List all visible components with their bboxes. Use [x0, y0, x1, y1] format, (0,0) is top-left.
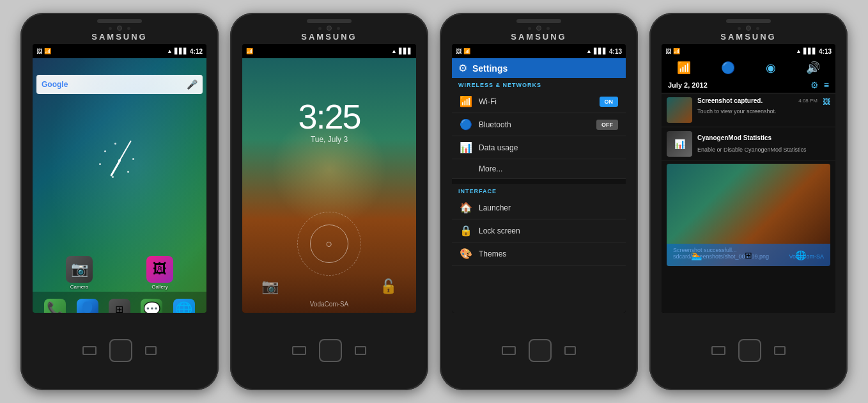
status-bar-3: 🖼 📶 ▲ ▋▋▋ 4:13	[452, 44, 626, 58]
wifi-icon-2: ▲	[391, 48, 397, 54]
status-right-3: ▲ ▋▋▋ 4:13	[586, 48, 622, 55]
wifi-settings-icon: 📶	[460, 95, 472, 107]
bars-icon-1: ▋▋▋	[174, 48, 188, 54]
section-wireless-header: WIRELESS & NETWORKS	[452, 78, 626, 90]
notif-cyanogen-content: CyanogenMod Statistics Enable or Disable…	[697, 131, 830, 154]
sensor-5	[528, 27, 531, 30]
home-screen-content: Google 🎤	[33, 58, 206, 313]
notif-controls: ⚙ ≡	[810, 80, 829, 90]
menu-button-2[interactable]	[355, 346, 366, 355]
status-right-4: ▲ ▋▋▋ 4:13	[796, 48, 832, 55]
notif-cyanogen-subtitle: Enable or Disable CyanogenMod Statistics	[697, 146, 807, 153]
lock-time: 3:25	[242, 97, 416, 136]
lock-unlock-icon[interactable]: 🔓	[380, 278, 397, 295]
settings-data-usage[interactable]: 📊 Data usage	[452, 136, 626, 159]
phone-bottom-2	[292, 313, 366, 390]
quick-volume-icon[interactable]: 🔊	[806, 61, 820, 75]
status-left-4: 🖼 📶	[665, 48, 680, 54]
lock-screen-label: Lock screen	[479, 226, 618, 235]
front-camera-area-3	[528, 26, 550, 31]
dock-messages[interactable]: 💬	[141, 299, 162, 313]
back-button-1[interactable]	[82, 346, 97, 355]
settings-themes[interactable]: 🎨 Themes	[452, 242, 626, 265]
wifi-label: Wi-Fi	[479, 97, 593, 106]
status-left-3: 🖼 📶	[456, 48, 470, 54]
nav-buttons-2	[292, 339, 366, 362]
quick-settings-bar: 📶 🔵 ◉ 🔊	[662, 58, 835, 77]
notif-screenshot-thumb-bg	[667, 97, 692, 123]
sensor-3	[318, 27, 322, 30]
image-notif-icon-3: 🖼	[456, 48, 461, 54]
quick-location-icon[interactable]: ◉	[766, 61, 776, 75]
settings-lock-screen[interactable]: 🔒 Lock screen	[452, 219, 626, 242]
sensor-8	[756, 27, 759, 30]
notif-header: July 2, 2012 ⚙ ≡	[662, 77, 835, 93]
phone-top-4: SAMSUNG	[649, 13, 848, 44]
notif-settings-icon[interactable]: ⚙	[810, 80, 819, 90]
dock-browser[interactable]: 🌐	[173, 299, 195, 313]
sensor-2	[127, 27, 130, 30]
lock-screen-content: 3:25 Tue, July 3 ○ 📷 🔓 VodaCom-SA	[242, 58, 416, 313]
image-notif-icon: 🖼	[36, 48, 42, 54]
status-right-1: ▲ ▋▋▋ 4:12	[167, 48, 203, 55]
front-camera-4	[746, 26, 751, 31]
dock-contacts[interactable]: 👤	[77, 299, 98, 313]
home-button-1[interactable]	[109, 339, 132, 362]
notif-cyanogen-thumb: 📊	[667, 131, 692, 157]
home-button-4[interactable]	[738, 339, 761, 362]
speaker-grill-2	[307, 19, 352, 23]
back-button-4[interactable]	[711, 346, 725, 355]
notif-cyanogen[interactable]: 📊 CyanogenMod Statistics Enable or Disab…	[662, 127, 835, 161]
status-left-2: 📶	[246, 48, 253, 54]
notifications-content: 📶 🔵 ◉ 🔊 July 2, 2012 ⚙ ≡	[662, 58, 835, 313]
time-4: 4:13	[819, 48, 832, 55]
dock-apps[interactable]: ⊞	[109, 299, 130, 313]
signal-icon-2: 📶	[246, 48, 253, 54]
app-camera[interactable]: 📷 Camera	[66, 256, 93, 290]
phone-bottom-3	[502, 313, 576, 390]
quick-bluetooth-icon[interactable]: 🔵	[721, 61, 735, 75]
wifi-toggle[interactable]: ON	[600, 97, 619, 107]
phone-top-2: SAMSUNG	[230, 13, 428, 44]
phone-bottom-4	[711, 313, 786, 390]
notif-date: July 2, 2012	[668, 81, 708, 89]
back-button-3[interactable]	[502, 346, 516, 355]
menu-button-4[interactable]	[774, 346, 786, 355]
clock-widget	[94, 135, 145, 186]
status-right-2: ▲ ▋▋▋	[391, 48, 412, 54]
notif-screenshot[interactable]: Screenshot captured. 4:08 PM Touch to vi…	[662, 93, 835, 127]
front-camera-area-2	[318, 26, 340, 31]
themes-icon: 🎨	[460, 248, 472, 260]
dock-phone[interactable]: 📞	[44, 299, 66, 313]
home-button-3[interactable]	[529, 339, 552, 362]
signal-icon-4: 📶	[673, 48, 680, 54]
settings-launcher[interactable]: 🏠 Launcher	[452, 196, 626, 219]
quick-wifi-icon[interactable]: 📶	[677, 61, 691, 75]
notif-screenshot-time: 4:08 PM	[798, 98, 818, 104]
samsung-logo-1: SAMSUNG	[91, 32, 147, 42]
menu-button-1[interactable]	[145, 346, 157, 355]
browser-dock-icon: 🌐	[173, 299, 195, 313]
sensor-7	[738, 27, 741, 30]
back-button-2[interactable]	[292, 346, 306, 355]
camera-label: Camera	[70, 284, 88, 290]
wifi-icon-3: ▲	[586, 48, 592, 54]
home-button-2[interactable]	[319, 339, 342, 362]
settings-wifi[interactable]: 📶 Wi-Fi ON	[452, 90, 626, 113]
data-usage-icon: 📊	[460, 141, 472, 154]
speaker-grill-3	[516, 19, 561, 23]
phone-top-1: SAMSUNG	[20, 13, 219, 44]
settings-bluetooth[interactable]: 🔵 Bluetooth OFF	[452, 113, 626, 136]
menu-button-3[interactable]	[564, 346, 576, 355]
settings-more[interactable]: More...	[452, 159, 626, 179]
lock-circle-inner: ○	[310, 225, 348, 263]
gallery-label: Gallery	[151, 284, 167, 290]
front-camera-area-1	[109, 26, 130, 31]
notif-clear-icon[interactable]: ≡	[824, 80, 829, 90]
lock-screen-icon: 🔒	[460, 225, 472, 237]
camera-icon: 📷	[66, 256, 93, 283]
app-gallery[interactable]: 🖼 Gallery	[146, 256, 173, 290]
lock-camera-icon[interactable]: 📷	[261, 278, 279, 295]
bluetooth-toggle[interactable]: OFF	[596, 120, 618, 130]
gallery-icon: 🖼	[146, 256, 173, 283]
